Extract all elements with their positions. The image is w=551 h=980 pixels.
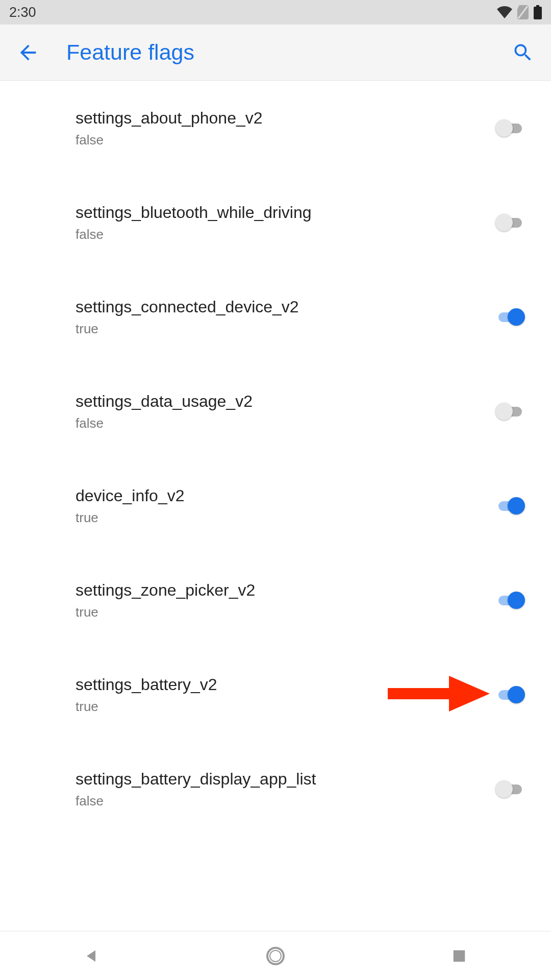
flag-switch-wrap (490, 308, 531, 326)
flag-row[interactable]: settings_zone_picker_v2true (0, 563, 551, 637)
flag-switch-wrap (490, 214, 531, 231)
flag-text: settings_connected_device_v2true (76, 297, 490, 337)
flag-value: false (76, 227, 490, 242)
flag-value: true (76, 604, 490, 620)
flag-row[interactable]: settings_battery_v2true (0, 657, 551, 731)
flag-value: true (76, 699, 490, 715)
flag-name: device_info_v2 (76, 485, 490, 507)
flag-name: settings_battery_v2 (76, 674, 490, 696)
nav-home-button[interactable] (224, 932, 327, 981)
navigation-bar (0, 931, 551, 980)
flag-toggle[interactable] (495, 119, 525, 137)
flag-switch-wrap (490, 119, 531, 137)
flag-switch-wrap (490, 497, 531, 514)
svg-rect-7 (454, 950, 465, 962)
status-time: 2:30 (9, 5, 36, 20)
flag-toggle[interactable] (495, 403, 525, 420)
status-bar: 2:30 (0, 0, 551, 24)
flag-switch-wrap (490, 403, 531, 420)
svg-rect-1 (536, 5, 539, 7)
back-button[interactable] (10, 41, 46, 64)
flag-toggle[interactable] (495, 497, 525, 514)
search-button[interactable] (505, 41, 541, 64)
battery-icon (534, 5, 542, 19)
status-icons (497, 5, 542, 19)
flag-name: settings_bluetooth_while_driving (76, 202, 490, 224)
flag-switch-wrap (490, 592, 531, 609)
nav-back-button[interactable] (41, 932, 143, 981)
flag-row[interactable]: settings_data_usage_v2false (0, 374, 551, 448)
flag-value: true (76, 321, 490, 337)
circle-home-icon (265, 946, 286, 966)
flag-row[interactable]: settings_about_phone_v2false (0, 91, 551, 165)
flag-toggle[interactable] (495, 214, 525, 231)
flag-list: settings_about_phone_v2falsesettings_blu… (0, 81, 551, 826)
flag-text: settings_battery_v2true (76, 674, 490, 715)
flag-text: device_info_v2true (76, 485, 490, 526)
flag-value: true (76, 510, 490, 526)
nav-recents-button[interactable] (408, 932, 510, 981)
flag-name: settings_battery_display_app_list (76, 769, 490, 790)
flag-toggle[interactable] (495, 592, 525, 609)
flag-value: false (76, 415, 490, 431)
flag-text: settings_data_usage_v2false (76, 391, 490, 431)
page-title: Feature flags (46, 40, 505, 65)
app-header: Feature flags (0, 24, 551, 81)
flag-name: settings_connected_device_v2 (76, 297, 490, 318)
flag-switch-wrap (490, 780, 531, 798)
flag-value: false (76, 793, 490, 809)
wifi-icon (497, 6, 512, 18)
arrow-back-icon (16, 41, 40, 64)
flag-text: settings_about_phone_v2false (76, 108, 490, 148)
flag-row[interactable]: settings_bluetooth_while_drivingfalse (0, 185, 551, 259)
svg-rect-2 (534, 7, 542, 19)
flag-text: settings_battery_display_app_listfalse (76, 769, 490, 809)
flag-row[interactable]: device_info_v2true (0, 469, 551, 543)
flag-row[interactable]: settings_connected_device_v2true (0, 280, 551, 354)
triangle-back-icon (83, 947, 101, 965)
search-icon (512, 41, 534, 64)
square-recents-icon (452, 948, 467, 964)
flag-text: settings_bluetooth_while_drivingfalse (76, 202, 490, 242)
flag-value: false (76, 132, 490, 148)
flag-row[interactable]: settings_battery_display_app_listfalse (0, 752, 551, 826)
flag-name: settings_data_usage_v2 (76, 391, 490, 412)
flag-switch-wrap (490, 686, 531, 703)
flag-toggle[interactable] (495, 780, 525, 798)
flag-text: settings_zone_picker_v2true (76, 580, 490, 620)
flag-toggle[interactable] (495, 686, 525, 703)
flag-name: settings_about_phone_v2 (76, 108, 490, 129)
flag-name: settings_zone_picker_v2 (76, 580, 490, 601)
svg-point-6 (270, 950, 281, 962)
no-sim-icon (517, 5, 529, 19)
flag-toggle[interactable] (495, 308, 525, 326)
